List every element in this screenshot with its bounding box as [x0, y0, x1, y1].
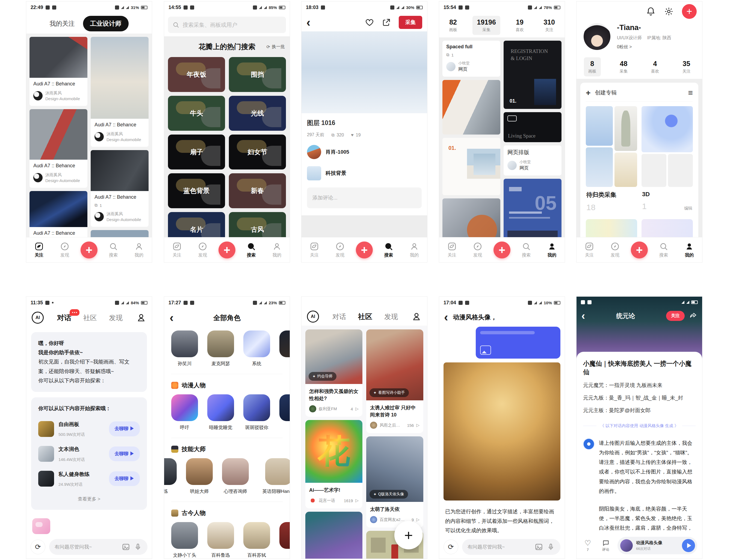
hot-tile[interactable]: 蓝色背景 [168, 173, 225, 208]
like-icon[interactable] [365, 18, 374, 27]
stat-pins[interactable]: 48采集 [615, 57, 632, 76]
pin-board[interactable]: Design-Automobile [45, 96, 80, 101]
stat-following[interactable]: 310关注 [539, 16, 559, 35]
avatar[interactable] [33, 173, 43, 182]
role-item[interactable]: 心理咨询师 [222, 458, 249, 495]
user-message-bubble[interactable] [476, 327, 560, 359]
message-input[interactable]: 有问题尽管问我~ [462, 539, 560, 555]
post-author-name[interactable]: 统元论 [589, 312, 662, 320]
post-user[interactable]: 风雨之后云开时 [380, 423, 402, 428]
stat-likes[interactable]: 19喜欢 [511, 16, 528, 35]
pin-card[interactable]: Audi A7 :: Behance ⧉1 沐雨奚风Design-Automob… [91, 150, 148, 227]
pin-card[interactable]: Living Space [504, 112, 562, 142]
person-icon[interactable] [136, 312, 146, 323]
pin-board-row[interactable]: 科技背景 [307, 166, 422, 180]
nav-search[interactable]: 搜索 [517, 242, 536, 258]
role-item[interactable]: 孙笑川 [171, 330, 198, 367]
role-item[interactable]: 文静小丫头 [171, 522, 198, 558]
mic-icon[interactable] [134, 543, 142, 551]
create-button[interactable]: + [218, 242, 235, 258]
pin-card[interactable]: 网页排版 小牧堂网页 [504, 145, 562, 175]
tab-chat[interactable]: 对话 [332, 312, 346, 321]
pin-board[interactable]: 网页 [520, 165, 531, 171]
hot-tile[interactable]: 光线 [229, 96, 286, 131]
tab-industrial-designer[interactable]: 工业设计师 [83, 16, 129, 31]
role-item[interactable]: 小 [279, 330, 290, 367]
avatar[interactable] [446, 62, 456, 71]
follow-button[interactable]: 关注 [666, 311, 685, 321]
refresh-batch-button[interactable]: ⟳换一批 [266, 44, 285, 50]
pin-board[interactable]: Design-Automobile [106, 137, 141, 142]
create-button[interactable]: + [631, 242, 648, 258]
nav-mine[interactable]: 我的 [405, 242, 424, 258]
sticker-image[interactable] [32, 518, 50, 534]
collect-button[interactable]: 采集 [399, 16, 422, 29]
search-input[interactable]: 搜索采集、画板或用户 [168, 17, 286, 33]
post-card[interactable]: ✦ 约会导师 怎样和强势又孤僻的女性相处? 叙利亚FM4▷ [305, 329, 362, 417]
tab-chat[interactable]: 对话 [57, 313, 71, 323]
role-item[interactable]: 英语陪聊Hanna [258, 458, 290, 495]
pin-card[interactable] [443, 198, 500, 237]
board-name[interactable]: 科技背景 [325, 170, 346, 177]
gear-icon[interactable] [664, 7, 674, 16]
role-item[interactable]: 系统 [243, 330, 270, 367]
pin-author-row[interactable]: 肖肖-1005 [307, 145, 422, 159]
avatar[interactable] [508, 161, 517, 170]
hot-tile[interactable]: 牛头 [168, 96, 225, 131]
hot-tile[interactable]: 新春 [229, 173, 286, 208]
nav-search[interactable]: 搜索 [103, 242, 123, 258]
message-input[interactable]: 有问题尽管问我~ [49, 539, 147, 555]
new-post-button[interactable]: + [395, 521, 423, 549]
create-button[interactable]: + [682, 4, 697, 19]
nav-follow[interactable]: 关注 [304, 242, 324, 258]
stat-following[interactable]: 35关注 [678, 57, 695, 76]
nav-discover[interactable]: 发现 [468, 242, 488, 258]
stat-pins[interactable]: 19196采集 [473, 16, 500, 35]
nav-follow[interactable]: 关注 [167, 242, 187, 258]
refresh-icon[interactable]: ⟳ [444, 540, 458, 554]
avatar[interactable] [94, 132, 104, 141]
tab-discover[interactable]: 发现 [384, 312, 398, 321]
album-card[interactable]: 待归类采集 18 [586, 106, 637, 214]
nav-search[interactable]: 搜索 [379, 242, 399, 258]
nav-discover[interactable]: 发现 [605, 242, 625, 258]
hot-tile[interactable]: 扇子 [168, 135, 225, 169]
nav-search[interactable]: 搜索 [654, 242, 673, 258]
person-icon[interactable] [411, 311, 422, 322]
tab-community[interactable]: 社区 [358, 312, 372, 321]
album-thumbnail[interactable] [586, 219, 637, 237]
profile-fans[interactable]: 0粉丝 > [617, 44, 671, 50]
share-icon[interactable] [382, 18, 391, 27]
refresh-icon[interactable]: ⟳ [31, 540, 45, 554]
album-edit-link[interactable]: 编辑 [684, 206, 692, 211]
role-item[interactable]: 成 [279, 394, 290, 431]
nav-discover[interactable]: 发现 [55, 242, 75, 258]
nav-mine[interactable]: 我的 [679, 242, 699, 258]
tab-my-follow[interactable]: 我的关注 [50, 19, 75, 28]
image-icon[interactable] [122, 543, 130, 551]
pin-card[interactable]: 05 ALL SERVICES [504, 179, 562, 237]
go-chat-button[interactable]: 去聊聊 ▶ [109, 421, 140, 436]
post-card[interactable]: ✦ Q版洛天依头像 太萌了洛天依 百度网友a249c689▷ [366, 436, 423, 528]
pin-user[interactable]: 小牧堂 [458, 61, 470, 65]
author-name[interactable]: 肖肖-1005 [325, 148, 349, 156]
post-user[interactable]: 花言一语 [319, 498, 335, 503]
pin-card[interactable]: Audi A7 :: Behance ♡1 沐雨奚风 [29, 191, 87, 237]
post-card[interactable]: 花 Ai——艺术字! 花言一语1619▷ [305, 420, 362, 508]
hot-tile[interactable]: 妇女节 [229, 135, 286, 169]
role-item[interactable]: 百科鲁迅 [207, 522, 234, 558]
nav-mine[interactable]: 我的 [267, 242, 287, 258]
list-view-icon[interactable]: ≡ [688, 88, 693, 97]
like-button[interactable]: ♡7 [581, 539, 594, 552]
album-card[interactable]: 3D 1编辑 [642, 106, 693, 214]
nav-follow[interactable]: 关注 [29, 242, 49, 258]
bell-icon[interactable] [646, 7, 656, 16]
pin-board[interactable]: Design-Automobile [45, 178, 80, 183]
ai-logo-icon[interactable]: AI [307, 311, 319, 323]
stat-boards[interactable]: 8画板 [584, 57, 601, 76]
role-item[interactable]: 麦克阿瑟 [207, 330, 234, 367]
role-item[interactable]: 百科苏轼 [243, 522, 270, 558]
back-icon[interactable]: ‹ [581, 310, 585, 321]
hot-tile[interactable]: 年夜饭 [168, 57, 225, 92]
bot-chat-pill[interactable]: 动漫风格头像66次对话 [618, 537, 697, 554]
